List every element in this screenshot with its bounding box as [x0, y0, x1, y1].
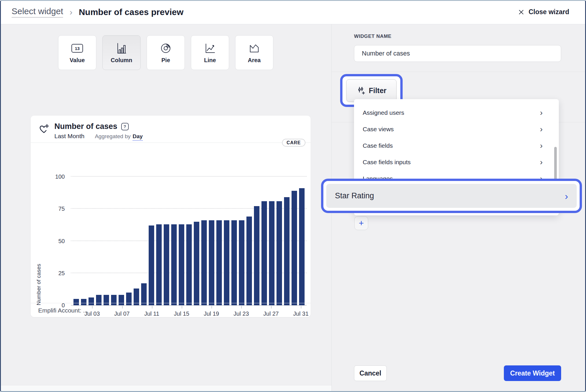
bar-jul-02 [81, 299, 86, 305]
x-axis-tick-label: Jul 27 [258, 310, 284, 317]
bar-jul-07 [119, 295, 124, 305]
filter-option-label: Case fields [363, 142, 393, 149]
filter-option-label: Case fields inputs [363, 159, 411, 166]
bar-jul-23 [239, 220, 244, 305]
bar-jul-06 [111, 295, 117, 305]
chevron-right-icon: › [540, 142, 543, 150]
x-axis-tick-label: Jul 11 [139, 310, 165, 317]
x-axis-tick-label: Jul 19 [198, 310, 224, 317]
x-axis-tick-label: Jul 07 [109, 310, 135, 317]
filter-option-case-fields[interactable]: Case fields› [354, 137, 559, 154]
y-axis-label: Number of cases [36, 177, 42, 305]
close-icon [518, 9, 524, 15]
widget-wizard-window: Select widget › Number of cases preview … [0, 0, 586, 392]
bar-jul-30 [292, 191, 297, 305]
x-axis-tick [122, 306, 123, 308]
bar-jul-12 [156, 224, 162, 305]
bar-jul-17 [194, 222, 199, 305]
widget-type-label: Column [111, 57, 132, 64]
bar-jul-31 [299, 188, 305, 305]
widget-type-selector: 13ValueColumnPieLineArea [0, 35, 331, 70]
bar-jul-22 [231, 220, 237, 305]
widget-name-input[interactable] [354, 45, 561, 62]
help-icon[interactable]: ? [121, 123, 129, 130]
widget-type-column-button[interactable]: Column [102, 35, 141, 70]
svg-text:13: 13 [75, 46, 80, 51]
bar-chart: Number of cases0255075100Jul 03Jul 07Jul… [73, 177, 305, 305]
x-axis-tick [92, 306, 93, 308]
filter-sliders-icon [356, 86, 366, 95]
widget-type-label: Line [204, 57, 216, 64]
add-filter-button[interactable]: + [354, 216, 368, 230]
card-header: Number of cases ? Last Month Aggregated … [31, 116, 311, 141]
y-axis-tick: 75 [58, 206, 65, 212]
bar-jul-08 [126, 293, 132, 306]
x-axis-tick [241, 306, 242, 308]
widget-type-label: Area [248, 57, 261, 64]
y-axis-tick: 25 [58, 270, 65, 276]
bar-jul-25 [254, 206, 259, 305]
bar-jul-01 [73, 299, 79, 305]
bar-jul-26 [261, 201, 267, 305]
close-wizard-label: Close wizard [528, 8, 569, 16]
main-bottom-strip [0, 385, 331, 392]
widget-type-line-button[interactable]: Line [191, 35, 229, 70]
bar-jul-15 [179, 224, 184, 305]
bar-jul-14 [171, 224, 177, 305]
filter-dropdown-items: Assigned users›Case views›Case fields›Ca… [354, 104, 559, 187]
bar-jul-18 [201, 220, 207, 305]
chevron-right-icon: › [540, 125, 543, 133]
widget-type-area-button[interactable]: Area [235, 35, 273, 70]
x-axis-tick [301, 306, 301, 308]
x-axis-tick [211, 306, 212, 308]
value-widget-icon: 13 [71, 42, 84, 55]
pie-widget-icon [159, 42, 172, 55]
bar-jul-03 [89, 297, 94, 305]
bar-jul-05 [104, 295, 109, 305]
bar-jul-04 [96, 295, 102, 305]
cancel-button[interactable]: Cancel [354, 365, 387, 381]
widget-type-pie-button[interactable]: Pie [147, 35, 185, 70]
filter-option-case-views[interactable]: Case views› [354, 121, 559, 137]
line-widget-icon [203, 42, 217, 55]
chart-period: Last Month [54, 133, 84, 140]
bar-jul-20 [216, 220, 222, 305]
preview-area: 13ValueColumnPieLineArea Number of cases… [0, 24, 331, 392]
filter-button[interactable]: Filter [346, 79, 397, 102]
x-axis-tick-label: Jul 31 [288, 310, 314, 317]
area-widget-icon [248, 42, 261, 55]
breadcrumb: Select widget › Number of cases preview [12, 6, 183, 18]
bar-jul-10 [141, 283, 147, 305]
chevron-right-icon: › [540, 158, 543, 166]
filter-option-label: Assigned users [363, 109, 404, 116]
filter-option-label: Case views [363, 126, 394, 133]
widget-type-label: Value [70, 57, 85, 64]
filter-option-case-fields-inputs[interactable]: Case fields inputs› [354, 154, 559, 170]
bar-jul-19 [209, 220, 214, 305]
wizard-topbar: Select widget › Number of cases preview … [0, 0, 586, 24]
bar-jul-27 [269, 201, 274, 305]
x-axis-tick-label: Jul 23 [228, 310, 254, 317]
bar-jul-21 [224, 220, 229, 305]
aggregated-by-label: Aggregated by [95, 133, 131, 140]
chevron-right-icon: › [565, 191, 568, 201]
star-rating-menu-item[interactable]: Star Rating › [326, 184, 577, 208]
card-footer-divider [31, 303, 311, 303]
aggregation-day-dropdown[interactable]: Day [133, 133, 143, 141]
bar-jul-24 [246, 217, 252, 305]
x-axis-tick [152, 306, 152, 308]
filter-button-label: Filter [369, 86, 386, 95]
x-axis-tick [182, 306, 182, 308]
create-widget-button[interactable]: Create Widget [504, 365, 561, 381]
filter-option-assigned-users[interactable]: Assigned users› [354, 104, 559, 121]
breadcrumb-select-widget-link[interactable]: Select widget [12, 6, 63, 18]
care-badge: CARE [282, 139, 305, 147]
card-header-text: Number of cases ? Last Month Aggregated … [54, 122, 143, 141]
widget-type-label: Pie [161, 57, 170, 64]
close-wizard-button[interactable]: Close wizard [518, 8, 569, 16]
x-axis-tick [271, 306, 272, 308]
bar-jul-29 [284, 197, 290, 305]
card-header-divider [31, 143, 311, 143]
widget-type-value-button[interactable]: 13Value [58, 35, 96, 70]
breadcrumb-chevron-icon: › [69, 7, 72, 17]
